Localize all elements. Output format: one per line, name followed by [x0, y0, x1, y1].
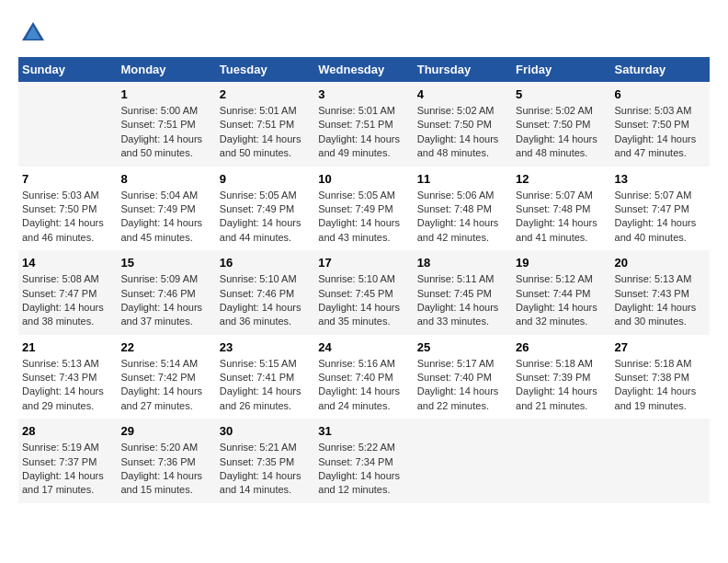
day-info: Sunrise: 5:10 AM Sunset: 7:45 PM Dayligh… [318, 272, 409, 329]
calendar-cell: 1Sunrise: 5:00 AM Sunset: 7:51 PM Daylig… [117, 82, 215, 167]
calendar-cell: 11Sunrise: 5:06 AM Sunset: 7:48 PM Dayli… [414, 167, 512, 251]
calendar-cell: 26Sunrise: 5:18 AM Sunset: 7:39 PM Dayli… [512, 335, 610, 419]
day-number: 30 [220, 424, 311, 438]
header-row: SundayMondayTuesdayWednesdayThursdayFrid… [18, 57, 710, 82]
day-info: Sunrise: 5:18 AM Sunset: 7:38 PM Dayligh… [615, 357, 706, 414]
day-number: 8 [120, 172, 211, 186]
calendar-cell: 8Sunrise: 5:04 AM Sunset: 7:49 PM Daylig… [117, 167, 215, 251]
day-info: Sunrise: 5:06 AM Sunset: 7:48 PM Dayligh… [417, 189, 508, 246]
day-number: 13 [615, 172, 706, 186]
calendar-cell: 24Sunrise: 5:16 AM Sunset: 7:40 PM Dayli… [314, 335, 413, 419]
calendar-cell: 4Sunrise: 5:02 AM Sunset: 7:50 PM Daylig… [414, 82, 512, 167]
calendar-cell: 21Sunrise: 5:13 AM Sunset: 7:43 PM Dayli… [18, 335, 117, 419]
day-number: 20 [615, 256, 706, 270]
calendar-cell: 23Sunrise: 5:15 AM Sunset: 7:41 PM Dayli… [216, 335, 314, 419]
day-number: 28 [22, 424, 113, 438]
day-info: Sunrise: 5:16 AM Sunset: 7:40 PM Dayligh… [318, 357, 409, 414]
day-info: Sunrise: 5:21 AM Sunset: 7:35 PM Dayligh… [220, 441, 311, 498]
logo [18, 18, 51, 48]
day-info: Sunrise: 5:14 AM Sunset: 7:42 PM Dayligh… [120, 357, 211, 414]
day-number: 11 [417, 172, 508, 186]
day-number: 25 [417, 340, 508, 354]
day-info: Sunrise: 5:19 AM Sunset: 7:37 PM Dayligh… [22, 441, 113, 498]
week-row-4: 21Sunrise: 5:13 AM Sunset: 7:43 PM Dayli… [18, 335, 710, 419]
day-info: Sunrise: 5:03 AM Sunset: 7:50 PM Dayligh… [615, 104, 706, 161]
calendar-cell: 10Sunrise: 5:05 AM Sunset: 7:49 PM Dayli… [314, 167, 413, 251]
header [18, 18, 710, 48]
day-info: Sunrise: 5:00 AM Sunset: 7:51 PM Dayligh… [120, 104, 211, 161]
day-number: 19 [516, 256, 607, 270]
header-cell-saturday: Saturday [611, 57, 710, 82]
day-number: 21 [22, 340, 113, 354]
logo-icon [18, 18, 48, 48]
header-cell-wednesday: Wednesday [314, 57, 413, 82]
day-number: 17 [318, 256, 409, 270]
day-number: 18 [417, 256, 508, 270]
calendar-cell: 18Sunrise: 5:11 AM Sunset: 7:45 PM Dayli… [414, 250, 512, 335]
calendar-body: 1Sunrise: 5:00 AM Sunset: 7:51 PM Daylig… [18, 82, 710, 503]
day-info: Sunrise: 5:05 AM Sunset: 7:49 PM Dayligh… [318, 189, 409, 246]
calendar-cell: 14Sunrise: 5:08 AM Sunset: 7:47 PM Dayli… [18, 250, 117, 335]
day-number: 27 [615, 340, 706, 354]
day-info: Sunrise: 5:07 AM Sunset: 7:47 PM Dayligh… [615, 189, 706, 246]
day-number: 31 [318, 424, 409, 438]
calendar-cell: 17Sunrise: 5:10 AM Sunset: 7:45 PM Dayli… [314, 250, 413, 335]
calendar-cell: 15Sunrise: 5:09 AM Sunset: 7:46 PM Dayli… [117, 250, 215, 335]
day-number: 2 [220, 87, 311, 101]
day-info: Sunrise: 5:15 AM Sunset: 7:41 PM Dayligh… [220, 357, 311, 414]
calendar-cell: 31Sunrise: 5:22 AM Sunset: 7:34 PM Dayli… [314, 419, 413, 503]
header-cell-tuesday: Tuesday [216, 57, 314, 82]
header-cell-sunday: Sunday [18, 57, 117, 82]
calendar-cell [611, 419, 710, 503]
day-info: Sunrise: 5:22 AM Sunset: 7:34 PM Dayligh… [318, 441, 409, 498]
day-info: Sunrise: 5:09 AM Sunset: 7:46 PM Dayligh… [120, 272, 211, 329]
day-number: 5 [516, 87, 607, 101]
day-info: Sunrise: 5:17 AM Sunset: 7:40 PM Dayligh… [417, 357, 508, 414]
day-number: 4 [417, 87, 508, 101]
day-number: 9 [220, 172, 311, 186]
calendar-cell: 25Sunrise: 5:17 AM Sunset: 7:40 PM Dayli… [414, 335, 512, 419]
day-number: 1 [120, 87, 211, 101]
day-number: 6 [615, 87, 706, 101]
day-number: 24 [318, 340, 409, 354]
day-number: 29 [120, 424, 211, 438]
header-cell-monday: Monday [117, 57, 215, 82]
calendar-cell: 13Sunrise: 5:07 AM Sunset: 7:47 PM Dayli… [611, 167, 710, 251]
header-cell-thursday: Thursday [414, 57, 512, 82]
calendar-cell: 7Sunrise: 5:03 AM Sunset: 7:50 PM Daylig… [18, 167, 117, 251]
day-number: 12 [516, 172, 607, 186]
calendar-table: SundayMondayTuesdayWednesdayThursdayFrid… [18, 57, 710, 503]
day-info: Sunrise: 5:10 AM Sunset: 7:46 PM Dayligh… [220, 272, 311, 329]
week-row-5: 28Sunrise: 5:19 AM Sunset: 7:37 PM Dayli… [18, 419, 710, 503]
calendar-cell: 5Sunrise: 5:02 AM Sunset: 7:50 PM Daylig… [512, 82, 610, 167]
day-info: Sunrise: 5:01 AM Sunset: 7:51 PM Dayligh… [220, 104, 311, 161]
calendar-cell: 3Sunrise: 5:01 AM Sunset: 7:51 PM Daylig… [314, 82, 413, 167]
day-number: 3 [318, 87, 409, 101]
day-number: 10 [318, 172, 409, 186]
calendar-cell: 16Sunrise: 5:10 AM Sunset: 7:46 PM Dayli… [216, 250, 314, 335]
day-info: Sunrise: 5:01 AM Sunset: 7:51 PM Dayligh… [318, 104, 409, 161]
day-info: Sunrise: 5:04 AM Sunset: 7:49 PM Dayligh… [120, 189, 211, 246]
day-number: 7 [22, 172, 113, 186]
calendar-cell: 6Sunrise: 5:03 AM Sunset: 7:50 PM Daylig… [611, 82, 710, 167]
day-info: Sunrise: 5:12 AM Sunset: 7:44 PM Dayligh… [516, 272, 607, 329]
day-info: Sunrise: 5:07 AM Sunset: 7:48 PM Dayligh… [516, 189, 607, 246]
calendar-cell: 9Sunrise: 5:05 AM Sunset: 7:49 PM Daylig… [216, 167, 314, 251]
calendar-cell [18, 82, 117, 167]
day-number: 15 [120, 256, 211, 270]
day-info: Sunrise: 5:18 AM Sunset: 7:39 PM Dayligh… [516, 357, 607, 414]
calendar-cell: 19Sunrise: 5:12 AM Sunset: 7:44 PM Dayli… [512, 250, 610, 335]
calendar-cell: 27Sunrise: 5:18 AM Sunset: 7:38 PM Dayli… [611, 335, 710, 419]
calendar-cell: 22Sunrise: 5:14 AM Sunset: 7:42 PM Dayli… [117, 335, 215, 419]
day-number: 16 [220, 256, 311, 270]
calendar-cell: 12Sunrise: 5:07 AM Sunset: 7:48 PM Dayli… [512, 167, 610, 251]
calendar-header: SundayMondayTuesdayWednesdayThursdayFrid… [18, 57, 710, 82]
day-info: Sunrise: 5:20 AM Sunset: 7:36 PM Dayligh… [120, 441, 211, 498]
day-info: Sunrise: 5:02 AM Sunset: 7:50 PM Dayligh… [516, 104, 607, 161]
calendar-cell: 2Sunrise: 5:01 AM Sunset: 7:51 PM Daylig… [216, 82, 314, 167]
day-info: Sunrise: 5:05 AM Sunset: 7:49 PM Dayligh… [220, 189, 311, 246]
calendar-cell: 28Sunrise: 5:19 AM Sunset: 7:37 PM Dayli… [18, 419, 117, 503]
day-info: Sunrise: 5:13 AM Sunset: 7:43 PM Dayligh… [22, 357, 113, 414]
week-row-1: 1Sunrise: 5:00 AM Sunset: 7:51 PM Daylig… [18, 82, 710, 167]
calendar-cell [414, 419, 512, 503]
